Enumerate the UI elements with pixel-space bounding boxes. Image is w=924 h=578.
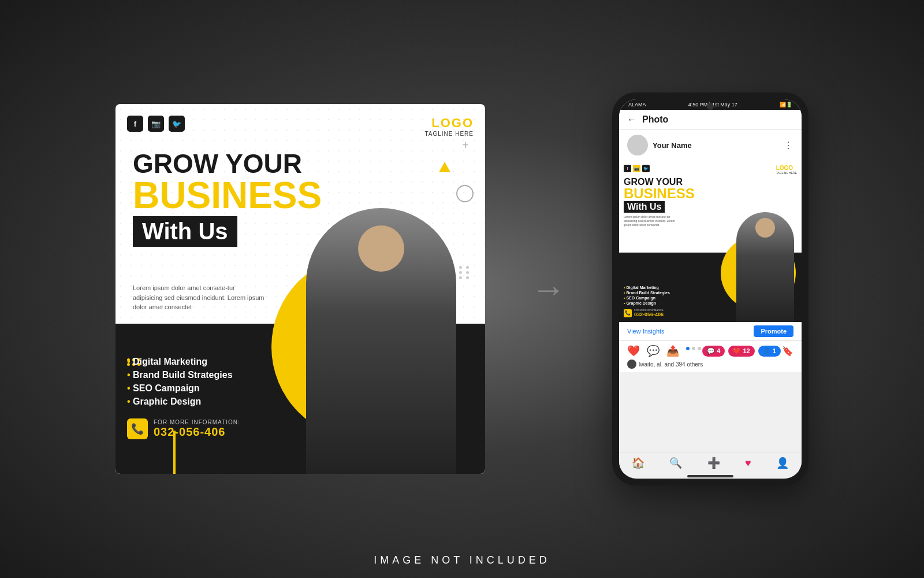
phone-mockup: ALAMA 4:50 PM | 1st May 17 📶🔋 ← Photo Yo… (612, 92, 808, 486)
share-icon[interactable]: 📤 (666, 344, 679, 357)
bottom-label: IMAGE NOT INCLUDED (374, 554, 550, 566)
facebook-icon: f (127, 116, 143, 132)
triangle-yellow (439, 162, 450, 172)
business-text: BUSINESS (133, 177, 322, 214)
status-icons: 📶🔋 (780, 102, 792, 108)
ph-lorem: Lorem ipsum dolor amet consete-tur adipi… (624, 215, 681, 227)
liked-by-text: lwaito, al. and 394 others (639, 361, 703, 368)
phone-camera (707, 103, 714, 110)
dot-inactive (698, 347, 701, 350)
carrier-text: ALAMA (628, 102, 646, 108)
ph-person (733, 206, 797, 322)
back-arrow-icon[interactable]: ← (627, 114, 636, 125)
ph-phone-num: 032-056-406 (634, 312, 664, 317)
ph-phone-icon: 📞 (624, 309, 632, 317)
ph-with-us-text: With Us (627, 202, 661, 212)
lorem-text: Lorem ipsum dolor amet consete-tur adipi… (133, 283, 266, 312)
comment-badge: 💬 4 (702, 346, 725, 357)
reaction-icons-row: ❤️ 💬 📤 💬 4 ❤️ (627, 344, 793, 357)
ph-service-item: Graphic Design (624, 301, 670, 305)
twitter-icon: 🐦 (169, 116, 185, 132)
ph-person-head (755, 218, 775, 238)
phone-number: 032-056-406 (154, 425, 240, 439)
with-us-text: With Us (142, 218, 228, 244)
bottom-content: Digital Marketing Brand Build Strategies… (127, 357, 240, 439)
ph-service-item: SEO Campaign (624, 296, 670, 300)
ph-facebook-icon: f (624, 165, 631, 172)
profile-nav-icon[interactable]: 👤 (776, 457, 789, 469)
tagline-text: TAGLINE HERE (424, 131, 474, 137)
with-us-box: With Us (133, 216, 237, 247)
logo-text: LOGO (424, 116, 474, 131)
heart-icon[interactable]: ❤️ (627, 344, 640, 357)
ph-contact: 📞 FOR MORE INFORMATION: 032-056-406 (624, 309, 670, 317)
ph-bottom-content: Digital Marketing Brand Build Strategies… (624, 286, 670, 317)
grow-text: GROW YOUR (133, 150, 322, 177)
ph-person-body (736, 212, 794, 322)
phone-icon: 📞 (127, 418, 148, 439)
dot-inactive (692, 347, 695, 350)
post-card: f 📷 🐦 LOGO TAGLINE HERE + GROW YOU (116, 104, 485, 474)
reaction-badges: 💬 4 ❤️ 12 👤 1 (702, 346, 781, 357)
heart-nav-icon[interactable]: ♥ (745, 457, 751, 469)
service-item: Digital Marketing (127, 357, 240, 367)
comment-icon[interactable]: 💬 (647, 344, 660, 357)
person-head (358, 225, 404, 272)
username: Your Name (653, 141, 784, 150)
ph-contact-info: FOR MORE INFORMATION: 032-056-406 (634, 309, 664, 317)
phone-post-image: f 📷 🐦 LOGO TAGLINE HERE GROW YOUR BUSINE… (619, 160, 802, 322)
ph-business-text: BUSINESS (624, 187, 695, 201)
person-silhouette (306, 208, 456, 474)
dots-progress (686, 347, 701, 350)
user-badge: 👤 1 (758, 346, 781, 357)
ph-logo-text: LOGO (776, 165, 797, 171)
liked-avatar (627, 360, 636, 369)
phone-user-row: Your Name ⋮ (619, 130, 802, 160)
add-nav-icon[interactable]: ➕ (707, 457, 720, 469)
bookmark-icon[interactable]: 🔖 (782, 346, 793, 357)
ph-twitter-icon: 🐦 (642, 165, 650, 172)
social-icons: f 📷 🐦 (127, 116, 185, 132)
plus-icon: + (462, 139, 469, 152)
dot-active (686, 347, 690, 350)
home-nav-icon[interactable]: 🏠 (632, 457, 644, 469)
service-item: SEO Campaign (127, 383, 240, 394)
instagram-icon: 📷 (148, 116, 164, 132)
promote-button[interactable]: Promote (754, 325, 793, 337)
top-bar: f 📷 🐦 LOGO TAGLINE HERE (127, 116, 474, 137)
arrow-container: → (531, 269, 566, 309)
ph-service-item: Digital Marketing (624, 286, 670, 290)
ph-services-list: Digital Marketing Brand Build Strategies… (624, 286, 670, 305)
phone-nav-bar: ← Photo (619, 110, 802, 130)
service-item: Graphic Design (127, 397, 240, 407)
view-insights-link[interactable]: View Insights (627, 328, 665, 335)
ph-social-icons: f 📷 🐦 (624, 165, 650, 172)
main-container: f 📷 🐦 LOGO TAGLINE HERE + GROW YOU (0, 92, 924, 486)
user-avatar (627, 135, 648, 155)
phone-bottom-nav: 🏠 🔍 ➕ ♥ 👤 (619, 453, 802, 473)
headline-area: GROW YOUR BUSINESS With Us (133, 150, 322, 247)
photo-title: Photo (642, 114, 668, 125)
search-nav-icon[interactable]: 🔍 (669, 457, 682, 469)
liked-by: lwaito, al. and 394 others (627, 360, 793, 369)
for-more-label: FOR MORE INFORMATION: (154, 419, 240, 425)
ph-logo-area: LOGO TAGLINE HERE (776, 165, 797, 175)
phone-screen: ALAMA 4:50 PM | 1st May 17 📶🔋 ← Photo Yo… (619, 99, 802, 479)
phone-home-indicator (687, 475, 733, 477)
logo-area: LOGO TAGLINE HERE (424, 116, 474, 137)
services-list: Digital Marketing Brand Build Strategies… (127, 357, 240, 407)
more-options-icon[interactable]: ⋮ (784, 140, 793, 151)
ph-top-bar: f 📷 🐦 LOGO TAGLINE HERE (624, 165, 797, 175)
ph-service-item: Brand Build Strategies (624, 291, 670, 295)
ph-headline: GROW YOUR BUSINESS With Us Lorem ipsum d… (624, 177, 695, 227)
contact-info: FOR MORE INFORMATION: 032-056-406 (154, 419, 240, 439)
arrow-icon: → (531, 269, 566, 309)
like-badge: ❤️ 12 (728, 346, 754, 357)
phone-post-inner: f 📷 🐦 LOGO TAGLINE HERE GROW YOUR BUSINE… (619, 160, 802, 322)
reaction-left: ❤️ 💬 📤 (627, 344, 701, 357)
contact-area: 📞 FOR MORE INFORMATION: 032-056-406 (127, 418, 240, 439)
ph-instagram-icon: 📷 (633, 165, 640, 172)
ph-tagline: TAGLINE HERE (776, 171, 797, 175)
ph-with-us-box: With Us (624, 201, 665, 213)
phone-actions: View Insights Promote (619, 322, 802, 340)
